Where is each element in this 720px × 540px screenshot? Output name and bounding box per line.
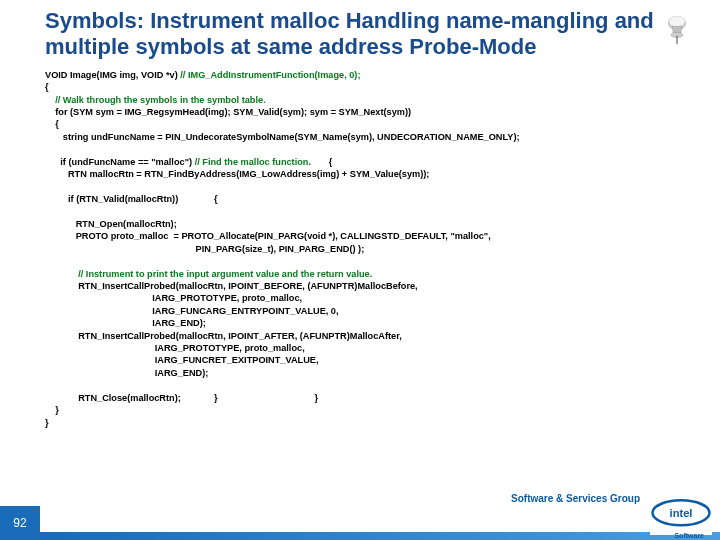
svg-point-1 xyxy=(669,16,684,26)
code-line: RTN_Close(mallocRtn); } } xyxy=(45,393,318,403)
page-number: 92 xyxy=(0,506,40,540)
code-line: for (SYM sym = IMG_RegsymHead(img); SYM_… xyxy=(45,107,411,117)
code-block: VOID Image(IMG img, VOID *v) // IMG_AddI… xyxy=(0,65,720,429)
svg-text:intel: intel xyxy=(670,507,693,519)
code-comment: // IMG_AddInstrumentFunction(Image, 0); xyxy=(180,70,360,80)
intel-logo: intel xyxy=(650,499,712,535)
code-line: RTN mallocRtn = RTN_FindByAddress(IMG_Lo… xyxy=(45,169,429,179)
code-line: { xyxy=(45,82,49,92)
code-comment: // Find the malloc function. xyxy=(195,157,311,167)
pushpin-icon xyxy=(660,12,694,50)
code-line: if (RTN_Valid(mallocRtn)) { xyxy=(45,194,218,204)
code-line: PIN_PARG(size_t), PIN_PARG_END() ); xyxy=(45,244,364,254)
code-line: IARG_FUNCRET_EXITPOINT_VALUE, xyxy=(45,355,318,365)
slide-title: Symbols: Instrument malloc Handling name… xyxy=(0,0,720,65)
code-line: string undFuncName = PIN_UndecorateSymbo… xyxy=(45,132,520,142)
code-line: RTN_Open(mallocRtn); xyxy=(45,219,177,229)
footer-group-label: Software & Services Group xyxy=(511,493,640,504)
logo-subtext: Software xyxy=(674,532,704,539)
slide-container: Symbols: Instrument malloc Handling name… xyxy=(0,0,720,540)
code-line: RTN_InsertCallProbed(mallocRtn, IPOINT_B… xyxy=(45,281,418,291)
footer-strip xyxy=(40,532,720,540)
code-line: IARG_PROTOTYPE, proto_malloc, xyxy=(45,343,305,353)
code-line: RTN_InsertCallProbed(mallocRtn, IPOINT_A… xyxy=(45,331,402,341)
code-line: if (undFuncName == "malloc") xyxy=(45,157,195,167)
code-line: { xyxy=(311,157,332,167)
code-comment: // Instrument to print the input argumen… xyxy=(45,269,372,279)
code-comment: // Walk through the symbols in the symbo… xyxy=(45,95,266,105)
footer: Software & Services Group 92 intel Softw… xyxy=(0,494,720,540)
code-line: PROTO proto_malloc = PROTO_Allocate(PIN_… xyxy=(45,231,491,241)
code-line: VOID Image(IMG img, VOID *v) xyxy=(45,70,180,80)
code-line: } xyxy=(45,418,49,428)
code-line: IARG_FUNCARG_ENTRYPOINT_VALUE, 0, xyxy=(45,306,339,316)
code-line: IARG_END); xyxy=(45,368,208,378)
code-line: { xyxy=(45,119,59,129)
code-line: IARG_PROTOTYPE, proto_malloc, xyxy=(45,293,302,303)
code-line: IARG_END); xyxy=(45,318,206,328)
code-line: } xyxy=(45,405,59,415)
